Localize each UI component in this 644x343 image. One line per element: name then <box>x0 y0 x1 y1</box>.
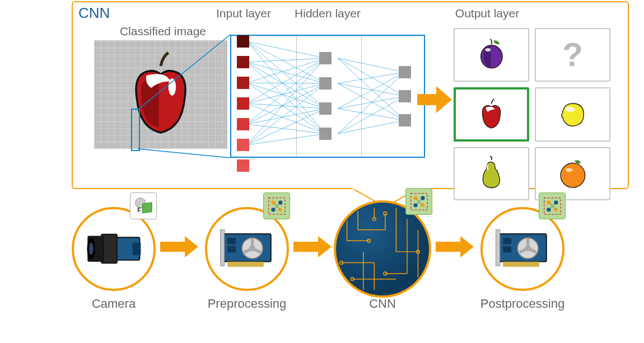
apple-icon <box>108 47 214 142</box>
hidden-layer-label: Hidden layer <box>286 7 370 20</box>
svg-point-50 <box>89 243 93 255</box>
svg-text:F: F <box>137 206 141 213</box>
stage-cnn <box>334 200 431 298</box>
plum-icon <box>466 37 517 73</box>
output-class-pear <box>454 147 529 201</box>
input-node <box>237 118 249 130</box>
pipeline: F Camera <box>72 207 633 336</box>
svg-point-43 <box>566 168 573 172</box>
output-class-lemon <box>535 87 610 142</box>
svg-rect-105 <box>503 262 539 267</box>
svg-line-31 <box>338 83 405 96</box>
input-node <box>237 159 249 172</box>
hidden-node <box>399 90 411 102</box>
svg-line-4 <box>247 41 325 83</box>
svg-line-20 <box>247 83 325 124</box>
svg-rect-103 <box>503 238 511 245</box>
classified-image-label: Classified image <box>99 25 227 38</box>
svg-line-15 <box>247 58 325 104</box>
apple-icon <box>466 97 516 131</box>
output-class-grid: ? <box>454 28 610 185</box>
cnn-title: CNN <box>78 4 110 22</box>
hidden-node <box>319 77 332 90</box>
classified-image-thumbnail <box>94 40 227 149</box>
camera-icon <box>83 225 145 272</box>
svg-line-6 <box>247 41 325 134</box>
svg-rect-61 <box>227 262 264 267</box>
svg-line-7 <box>247 58 325 62</box>
net-model-badge-icon <box>263 192 290 219</box>
stage-label: CNN <box>332 297 433 311</box>
pixel-strip-highlight <box>131 109 140 151</box>
gpu-card-icon <box>216 225 278 272</box>
gpu-card-icon <box>492 225 554 272</box>
svg-rect-51 <box>132 243 141 255</box>
stage-camera: F <box>72 207 156 291</box>
svg-rect-100 <box>496 230 500 266</box>
svg-line-12 <box>247 83 325 83</box>
hidden-node <box>319 102 332 115</box>
stage-label: Postprocessing <box>472 297 573 311</box>
fabimage-badge-icon: F <box>130 192 157 219</box>
svg-line-29 <box>338 58 405 120</box>
input-node <box>237 77 249 89</box>
orange-icon <box>547 156 599 191</box>
hidden-node <box>319 128 332 140</box>
stage-postprocessing <box>480 207 564 291</box>
net-model-badge-icon <box>539 192 566 219</box>
cnn-box: CNN Classified image Input layer Hidden … <box>72 1 629 189</box>
arrow-icon <box>417 86 454 113</box>
svg-point-41 <box>564 106 575 111</box>
hidden-node <box>399 66 411 78</box>
output-class-apple <box>454 87 529 142</box>
svg-line-5 <box>247 41 325 109</box>
pear-icon <box>466 156 517 191</box>
svg-line-34 <box>338 96 405 109</box>
neural-network <box>230 35 425 158</box>
input-node <box>237 35 249 48</box>
svg-line-2 <box>138 149 230 158</box>
svg-rect-59 <box>227 238 236 245</box>
lemon-icon <box>547 96 599 133</box>
svg-line-38 <box>338 120 405 134</box>
output-class-unknown: ? <box>535 28 610 82</box>
circuit-chip-icon <box>336 203 429 295</box>
svg-point-42 <box>561 163 585 188</box>
input-layer-label: Input layer <box>204 7 283 20</box>
input-node <box>237 56 249 68</box>
hidden-node <box>319 52 332 64</box>
stage-label: Preprocessing <box>197 297 297 311</box>
svg-rect-56 <box>220 230 224 266</box>
svg-rect-53 <box>142 202 152 213</box>
output-class-plum <box>454 28 529 82</box>
svg-point-40 <box>485 48 491 51</box>
svg-rect-60 <box>227 246 236 252</box>
svg-line-35 <box>338 109 405 120</box>
cnn-pipeline-diagram: CNN Classified image Input layer Hidden … <box>72 0 633 343</box>
question-mark-icon: ? <box>562 35 583 74</box>
output-layer-label: Output layer <box>442 7 532 20</box>
svg-line-21 <box>247 109 325 124</box>
hidden-node <box>399 114 411 126</box>
svg-line-11 <box>247 58 325 83</box>
net-model-badge-icon <box>405 188 432 215</box>
input-node <box>237 97 249 110</box>
svg-point-0 <box>169 78 176 96</box>
stage-label: Camera <box>63 297 164 311</box>
svg-line-27 <box>338 58 405 72</box>
svg-rect-104 <box>503 246 511 252</box>
stage-preprocessing <box>205 207 289 291</box>
input-node <box>237 139 249 151</box>
